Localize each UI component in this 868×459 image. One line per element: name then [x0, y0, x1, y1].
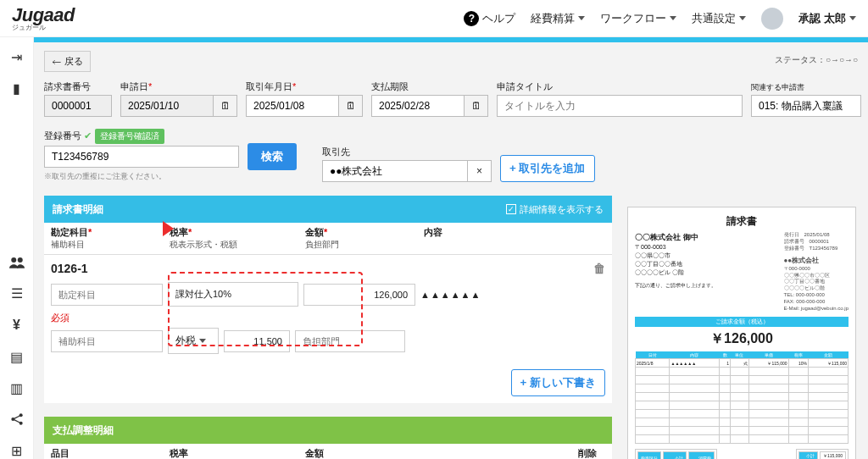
invoice-no-label: 請求書番号	[44, 80, 112, 93]
help-link[interactable]: ?ヘルプ	[464, 11, 515, 26]
list-icon[interactable]: ☰	[8, 285, 25, 301]
new-draft-button[interactable]: + 新しい下書き	[511, 369, 606, 396]
dup-hint: ※取引先の重複にご注意ください。	[44, 171, 239, 182]
calendar-icon[interactable]: 🗓	[214, 95, 237, 117]
card-icon[interactable]: ▥	[8, 380, 25, 396]
report-icon[interactable]: ▤	[8, 349, 25, 365]
apply-date-label: 申請日	[120, 81, 152, 91]
svg-line-5	[14, 416, 19, 418]
account-input[interactable]	[51, 284, 163, 306]
sub-account-input[interactable]	[51, 330, 163, 352]
amount-input[interactable]: 126,000	[303, 284, 415, 306]
svg-line-6	[14, 420, 19, 423]
checkbox-icon: ✓	[506, 204, 516, 214]
trans-date-input[interactable]	[246, 95, 339, 117]
doc-icon[interactable]: ▮	[8, 80, 25, 97]
collapse-icon[interactable]: ⇥	[8, 49, 25, 65]
header-bar: Jugaad ジュガール ?ヘルプ 経費精算 ワークフロー 共通設定 承認 太郎	[0, 0, 868, 37]
pv-total: ￥126,000	[635, 327, 849, 351]
reg-no-input[interactable]	[44, 146, 239, 168]
accent-bar	[34, 37, 868, 42]
tax-class-input[interactable]: 課対仕入10%	[168, 282, 298, 307]
logo: Jugaad ジュガール	[12, 4, 75, 32]
detail-row: 0126-1🗑 課対仕入10% 126,000 ▲▲▲▲▲▲ 必須 外税 11,…	[44, 255, 612, 362]
chevron-down-icon	[578, 16, 585, 20]
svg-point-0	[11, 257, 16, 263]
title-input[interactable]	[497, 95, 743, 117]
show-detail-toggle[interactable]: ✓詳細情報を表示する	[506, 203, 604, 216]
pv-title: 請求書	[635, 214, 849, 229]
trash-icon[interactable]: 🗑	[593, 262, 605, 275]
detail-columns: 勘定科目補助科目 税率税表示形式・税額 金額負担部門 内容	[44, 223, 612, 255]
content-text: ▲▲▲▲▲▲	[420, 290, 481, 300]
nav-workflow[interactable]: ワークフロー	[600, 11, 676, 26]
related-label: 関連する申請書	[751, 82, 861, 93]
search-button[interactable]: 検索	[248, 143, 297, 170]
status-text: ステータス：○→○→○	[775, 54, 858, 66]
chevron-down-icon	[199, 339, 206, 343]
reg-verified-badge: 登録番号確認済	[95, 129, 164, 144]
calendar-icon[interactable]: 🗓	[465, 95, 488, 117]
sidebar: ⇥ ▮ ☰ ¥ ▤ ▥ ⊞	[0, 37, 34, 459]
row-code: 0126-1🗑	[51, 258, 605, 279]
pv-summary: 小計￥115,000 消費税￥11,500 合計￥126,000	[796, 449, 849, 459]
tax-display-select[interactable]: 外税	[168, 328, 219, 354]
nav-settings[interactable]: 共通設定	[692, 11, 746, 26]
tax-amount-input[interactable]: 11,500	[224, 330, 290, 352]
user-menu[interactable]: 承認 太郎	[798, 11, 856, 26]
supplier-input[interactable]	[322, 160, 468, 182]
pv-breakdown: 税率区分小計消費税 10%対象￥11,500￥115,202	[635, 449, 717, 459]
due-date-input[interactable]	[371, 95, 465, 117]
detail-section-header: 請求書明細 ✓詳細情報を表示する	[44, 196, 612, 223]
svg-point-1	[17, 257, 22, 263]
required-text: 必須	[51, 312, 605, 324]
calendar-icon[interactable]: 🗓	[339, 95, 363, 117]
trans-date-label: 取引年月日	[246, 81, 296, 91]
grid-icon[interactable]: ⊞	[8, 443, 25, 459]
users-icon[interactable]	[8, 254, 25, 270]
related-input[interactable]	[751, 95, 861, 117]
clear-supplier-icon[interactable]: ×	[468, 160, 492, 182]
logo-subtext: ジュガール	[12, 23, 75, 32]
chevron-down-icon	[670, 16, 676, 20]
avatar[interactable]	[761, 8, 783, 30]
adjust-section-header: 支払調整明細	[44, 417, 612, 444]
share-icon[interactable]	[8, 412, 25, 428]
pv-line-table: 日付内容数単位単価税率金額 2025/1/8▲▲▲▲▲▲1式￥115,00010…	[635, 351, 849, 444]
apply-date-input[interactable]	[120, 95, 214, 117]
reg-no-label: 登録番号 ✔登録番号確認済	[44, 129, 239, 144]
pointer-icon	[163, 221, 174, 236]
back-button[interactable]: 🡐 戻る	[44, 51, 91, 72]
help-icon: ?	[464, 11, 479, 26]
adjust-columns: 品目補助科目 * 税率税表示形式・税額 金額摘要 * 削除	[44, 444, 612, 459]
invoice-no-input[interactable]	[44, 95, 112, 117]
chevron-down-icon	[739, 16, 746, 20]
title-label: 申請タイトル	[497, 80, 743, 93]
add-supplier-button[interactable]: + 取引先を追加	[500, 155, 595, 182]
supplier-label: 取引先	[322, 146, 492, 158]
nav-expense[interactable]: 経費精算	[531, 11, 585, 26]
due-date-label: 支払期限	[371, 80, 488, 93]
invoice-preview: 請求書 〇〇株式会社 御中 〒000-0003〇〇県〇〇市〇〇丁目〇〇番地〇〇〇…	[627, 207, 856, 459]
dept-input[interactable]	[295, 330, 405, 352]
chevron-down-icon	[849, 16, 856, 20]
yen-icon[interactable]: ¥	[8, 317, 25, 333]
